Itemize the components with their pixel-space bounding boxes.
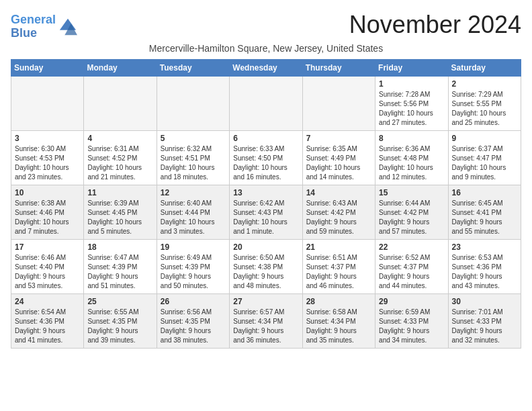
day-number: 25 [87, 297, 152, 306]
day-number: 13 [233, 188, 298, 197]
cell-details: Sunrise: 7:01 AM Sunset: 4:33 PM Dayligh… [452, 308, 517, 345]
header-wednesday: Wednesday [230, 59, 302, 76]
cell-details: Sunrise: 6:33 AM Sunset: 4:50 PM Dayligh… [233, 144, 298, 182]
calendar-cell: 13Sunrise: 6:42 AM Sunset: 4:43 PM Dayli… [230, 185, 302, 239]
calendar-cell: 24Sunrise: 6:54 AM Sunset: 4:36 PM Dayli… [11, 293, 84, 348]
calendar-cell: 28Sunrise: 6:58 AM Sunset: 4:34 PM Dayli… [302, 293, 375, 348]
cell-details: Sunrise: 6:45 AM Sunset: 4:41 PM Dayligh… [452, 199, 517, 236]
day-number: 2 [452, 79, 517, 89]
day-number: 28 [306, 297, 371, 306]
calendar-cell: 18Sunrise: 6:47 AM Sunset: 4:39 PM Dayli… [84, 239, 157, 293]
cell-details: Sunrise: 6:59 AM Sunset: 4:33 PM Dayligh… [379, 308, 444, 345]
calendar-cell: 17Sunrise: 6:46 AM Sunset: 4:40 PM Dayli… [11, 239, 84, 293]
cell-details: Sunrise: 7:28 AM Sunset: 5:56 PM Dayligh… [379, 90, 444, 128]
subtitle: Mercerville-Hamilton Square, New Jersey,… [11, 43, 521, 54]
day-number: 9 [452, 134, 517, 143]
calendar-cell: 15Sunrise: 6:44 AM Sunset: 4:42 PM Dayli… [375, 185, 448, 239]
calendar-table: SundayMondayTuesdayWednesdayThursdayFrid… [11, 59, 521, 349]
cell-details: Sunrise: 6:54 AM Sunset: 4:36 PM Dayligh… [15, 308, 80, 345]
header-monday: Monday [84, 59, 157, 76]
day-number: 1 [379, 79, 444, 89]
calendar-week-2: 3Sunrise: 6:30 AM Sunset: 4:53 PM Daylig… [11, 130, 521, 185]
cell-details: Sunrise: 6:43 AM Sunset: 4:42 PM Dayligh… [306, 199, 371, 236]
cell-details: Sunrise: 6:50 AM Sunset: 4:38 PM Dayligh… [233, 253, 298, 291]
calendar-cell [230, 76, 302, 130]
calendar-cell: 26Sunrise: 6:56 AM Sunset: 4:35 PM Dayli… [157, 293, 229, 348]
day-number: 26 [161, 297, 226, 306]
day-number: 7 [306, 134, 371, 143]
logo-line2: Blue [11, 27, 56, 40]
calendar-cell: 7Sunrise: 6:35 AM Sunset: 4:49 PM Daylig… [302, 130, 375, 185]
page-header: General Blue November 2024 [11, 11, 521, 40]
cell-details: Sunrise: 6:46 AM Sunset: 4:40 PM Dayligh… [15, 253, 80, 291]
calendar-cell [84, 76, 157, 130]
cell-details: Sunrise: 6:55 AM Sunset: 4:35 PM Dayligh… [87, 308, 152, 345]
calendar-cell: 20Sunrise: 6:50 AM Sunset: 4:38 PM Dayli… [230, 239, 302, 293]
calendar-cell: 22Sunrise: 6:52 AM Sunset: 4:37 PM Dayli… [375, 239, 448, 293]
calendar-cell: 6Sunrise: 6:33 AM Sunset: 4:50 PM Daylig… [230, 130, 302, 185]
calendar-cell: 3Sunrise: 6:30 AM Sunset: 4:53 PM Daylig… [11, 130, 84, 185]
calendar-cell: 16Sunrise: 6:45 AM Sunset: 4:41 PM Dayli… [448, 185, 521, 239]
calendar-cell: 12Sunrise: 6:40 AM Sunset: 4:44 PM Dayli… [157, 185, 229, 239]
cell-details: Sunrise: 6:52 AM Sunset: 4:37 PM Dayligh… [379, 253, 444, 291]
calendar-cell: 8Sunrise: 6:36 AM Sunset: 4:48 PM Daylig… [375, 130, 448, 185]
month-title: November 2024 [349, 11, 521, 39]
calendar-week-4: 17Sunrise: 6:46 AM Sunset: 4:40 PM Dayli… [11, 239, 521, 293]
cell-details: Sunrise: 6:35 AM Sunset: 4:49 PM Dayligh… [306, 144, 371, 182]
day-number: 30 [452, 297, 517, 306]
header-sunday: Sunday [11, 59, 84, 76]
day-number: 29 [379, 297, 444, 306]
cell-details: Sunrise: 6:32 AM Sunset: 4:51 PM Dayligh… [161, 144, 226, 182]
header-friday: Friday [375, 59, 448, 76]
calendar-cell: 2Sunrise: 7:29 AM Sunset: 5:55 PM Daylig… [448, 76, 521, 130]
cell-details: Sunrise: 6:38 AM Sunset: 4:46 PM Dayligh… [15, 199, 80, 236]
calendar-cell: 30Sunrise: 7:01 AM Sunset: 4:33 PM Dayli… [448, 293, 521, 348]
cell-details: Sunrise: 6:40 AM Sunset: 4:44 PM Dayligh… [161, 199, 226, 236]
calendar-cell: 5Sunrise: 6:32 AM Sunset: 4:51 PM Daylig… [157, 130, 229, 185]
day-number: 6 [233, 134, 298, 143]
cell-details: Sunrise: 6:47 AM Sunset: 4:39 PM Dayligh… [87, 253, 152, 291]
cell-details: Sunrise: 6:39 AM Sunset: 4:45 PM Dayligh… [87, 199, 152, 236]
day-number: 10 [15, 188, 80, 197]
header-thursday: Thursday [302, 59, 375, 76]
cell-details: Sunrise: 6:56 AM Sunset: 4:35 PM Dayligh… [161, 308, 226, 345]
day-number: 4 [87, 134, 152, 143]
day-number: 19 [161, 242, 226, 252]
cell-details: Sunrise: 6:53 AM Sunset: 4:36 PM Dayligh… [452, 253, 517, 291]
day-number: 14 [306, 188, 371, 197]
logo: General Blue [11, 13, 77, 40]
svg-marker-0 [60, 19, 76, 30]
calendar-cell: 4Sunrise: 6:31 AM Sunset: 4:52 PM Daylig… [84, 130, 157, 185]
logo-icon [58, 17, 77, 36]
cell-details: Sunrise: 6:37 AM Sunset: 4:47 PM Dayligh… [452, 144, 517, 182]
calendar-cell [11, 76, 84, 130]
day-number: 22 [379, 242, 444, 252]
day-number: 8 [379, 134, 444, 143]
calendar-cell: 27Sunrise: 6:57 AM Sunset: 4:34 PM Dayli… [230, 293, 302, 348]
calendar-cell: 10Sunrise: 6:38 AM Sunset: 4:46 PM Dayli… [11, 185, 84, 239]
calendar-week-1: 1Sunrise: 7:28 AM Sunset: 5:56 PM Daylig… [11, 76, 521, 130]
day-number: 21 [306, 242, 371, 252]
calendar-header-row: SundayMondayTuesdayWednesdayThursdayFrid… [11, 59, 521, 76]
calendar-week-3: 10Sunrise: 6:38 AM Sunset: 4:46 PM Dayli… [11, 185, 521, 239]
day-number: 11 [87, 188, 152, 197]
cell-details: Sunrise: 6:36 AM Sunset: 4:48 PM Dayligh… [379, 144, 444, 182]
calendar-cell [157, 76, 229, 130]
title-block: November 2024 [349, 11, 521, 39]
calendar-cell: 29Sunrise: 6:59 AM Sunset: 4:33 PM Dayli… [375, 293, 448, 348]
logo-line1: General [11, 13, 56, 27]
day-number: 15 [379, 188, 444, 197]
calendar-cell: 19Sunrise: 6:49 AM Sunset: 4:39 PM Dayli… [157, 239, 229, 293]
cell-details: Sunrise: 6:42 AM Sunset: 4:43 PM Dayligh… [233, 199, 298, 236]
calendar-cell: 14Sunrise: 6:43 AM Sunset: 4:42 PM Dayli… [302, 185, 375, 239]
day-number: 20 [233, 242, 298, 252]
calendar-cell: 11Sunrise: 6:39 AM Sunset: 4:45 PM Dayli… [84, 185, 157, 239]
calendar-cell: 1Sunrise: 7:28 AM Sunset: 5:56 PM Daylig… [375, 76, 448, 130]
cell-details: Sunrise: 6:49 AM Sunset: 4:39 PM Dayligh… [161, 253, 226, 291]
calendar-cell [302, 76, 375, 130]
cell-details: Sunrise: 6:57 AM Sunset: 4:34 PM Dayligh… [233, 308, 298, 345]
day-number: 17 [15, 242, 80, 252]
cell-details: Sunrise: 6:44 AM Sunset: 4:42 PM Dayligh… [379, 199, 444, 236]
day-number: 12 [161, 188, 226, 197]
calendar-cell: 21Sunrise: 6:51 AM Sunset: 4:37 PM Dayli… [302, 239, 375, 293]
